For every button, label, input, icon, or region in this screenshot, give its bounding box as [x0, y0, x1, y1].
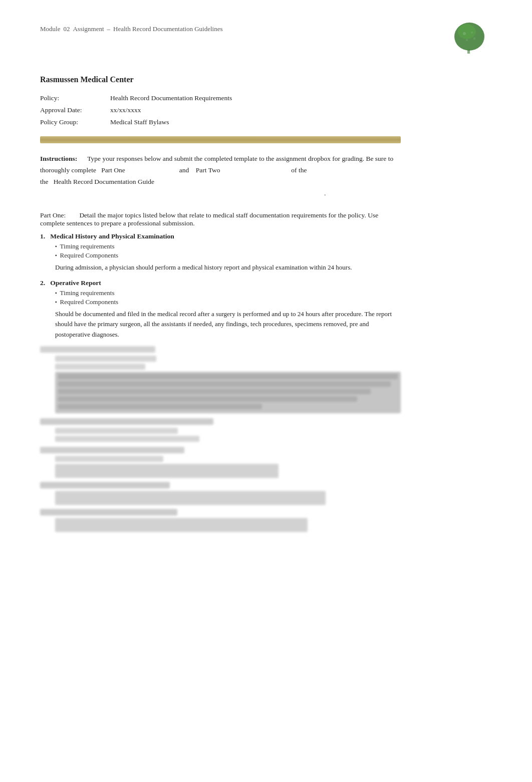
instructions-period: .: [324, 189, 326, 197]
svg-rect-2: [467, 50, 470, 54]
instructions-section: Instructions: Type your responses below …: [40, 153, 401, 199]
bullet-item: Timing requirements: [55, 242, 401, 250]
instructions-guide-name: Health Record Documentation Guide: [54, 178, 154, 185]
numbered-item-2: 2. Operative Report: [40, 279, 401, 287]
instructions-and: and: [179, 166, 189, 174]
item-1-description: During admission, a physician should per…: [55, 263, 401, 273]
policy-group-value: Medical Staff Bylaws: [110, 118, 169, 126]
breadcrumb-subtitle: Health Record Documentation Guidelines: [113, 25, 222, 33]
document-title: Rasmussen Medical Center: [40, 75, 401, 84]
module-label: Module: [40, 25, 60, 33]
breadcrumb: Module 02 Assignment – Health Record Doc…: [40, 20, 223, 33]
svg-point-5: [473, 38, 476, 40]
logo-svg: [437, 23, 487, 58]
policy-table: Policy: Health Record Documentation Requ…: [40, 94, 401, 126]
policy-label: Policy:: [40, 94, 110, 102]
module-number: 02: [63, 25, 70, 33]
assignment-text: Assignment: [73, 25, 104, 33]
policy-group-row: Policy Group: Medical Staff Bylaws: [40, 118, 401, 126]
svg-point-1: [458, 24, 476, 39]
policy-group-label: Policy Group:: [40, 118, 110, 126]
divider-bar: [40, 136, 401, 143]
blurred-section-3: [40, 346, 401, 532]
policy-row: Policy: Health Record Documentation Requ…: [40, 94, 401, 102]
blurred-para-3: [55, 372, 401, 413]
part-one-description: Detail the major topics listed below tha…: [40, 211, 378, 227]
item-2-bullets: Timing requirements Required Components: [55, 289, 401, 306]
logo: [432, 20, 492, 60]
bullet-item: Timing requirements: [55, 289, 401, 297]
policy-value: Health Record Documentation Requirements: [110, 94, 232, 102]
approval-date-row: Approval Date: xx/xx/xxxx: [40, 106, 401, 114]
approval-date-value: xx/xx/xxxx: [110, 106, 141, 114]
svg-point-4: [471, 32, 473, 34]
bullet-item: Required Components: [55, 251, 401, 259]
instructions-part-two: Part Two: [196, 166, 220, 174]
item-1-bullets: Timing requirements Required Components: [55, 242, 401, 259]
bullet-item: Required Components: [55, 298, 401, 306]
numbered-item-1: 1. Medical History and Physical Examinat…: [40, 232, 401, 240]
part-one-header: Part One: Detail the major topics listed…: [40, 211, 401, 227]
part-one-section: Part One: Detail the major topics listed…: [40, 211, 401, 532]
item-2-description: Should be documented and filed in the me…: [55, 309, 401, 340]
instructions-label: Instructions:: [40, 155, 77, 162]
breadcrumb-separator: –: [107, 25, 111, 33]
approval-date-label: Approval Date:: [40, 106, 110, 114]
svg-point-3: [463, 32, 466, 35]
instructions-guide-intro: the: [40, 178, 52, 185]
svg-point-6: [466, 39, 468, 41]
instructions-of-the: of the: [291, 166, 307, 174]
instructions-part-one: Part One: [101, 166, 125, 174]
